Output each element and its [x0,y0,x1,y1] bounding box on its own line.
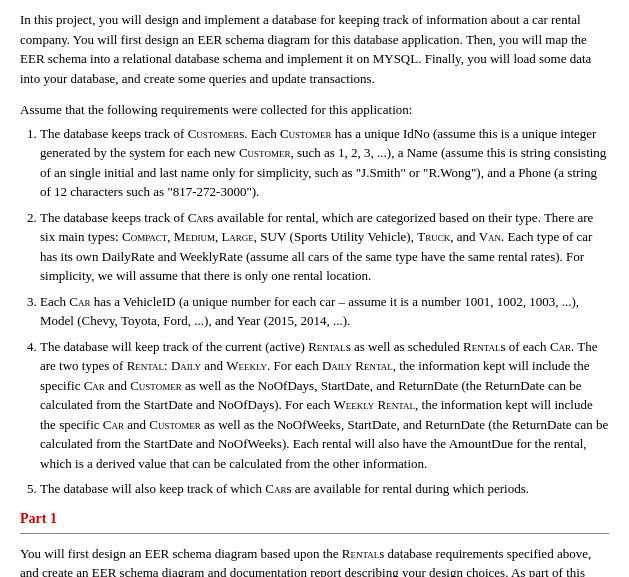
requirements-list: The database keeps track of Customers. E… [20,124,609,499]
requirements-header: Assume that the following requirements w… [20,100,609,120]
list-item: Each Car has a VehicleID (a unique numbe… [40,292,609,331]
section-divider [20,533,609,534]
list-item: The database keeps track of Cars availab… [40,208,609,286]
requirements-section: Assume that the following requirements w… [20,100,609,499]
part1-heading: Part 1 [20,511,609,527]
part1-paragraph: You will first design an EER schema diag… [20,544,609,578]
intro-paragraph: In this project, you will design and imp… [20,10,609,88]
list-item: The database keeps track of Customers. E… [40,124,609,202]
list-item: The database will keep track of the curr… [40,337,609,474]
part1-section: Part 1 You will first design an EER sche… [20,511,609,578]
list-item: The database will also keep track of whi… [40,479,609,499]
